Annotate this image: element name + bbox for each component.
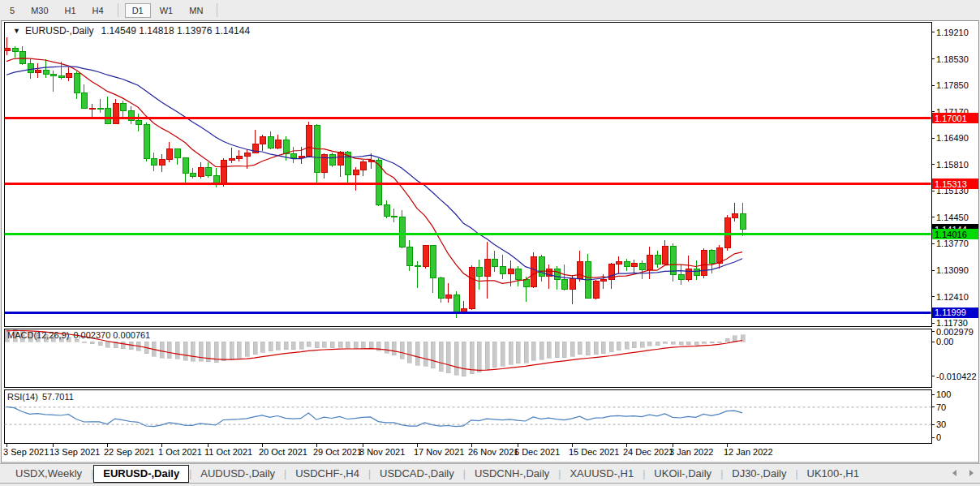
macd-bar [663, 342, 667, 343]
rsi-tick-label: 0 [936, 432, 941, 442]
candle [221, 158, 226, 186]
date-tick-label: 12 Jan 2022 [724, 447, 773, 457]
chart-tab-usdx-weekly[interactable]: USDX,Weekly [6, 465, 91, 483]
timeframe-button-m30[interactable]: M30 [24, 3, 55, 18]
chart-tab-usdchf-h4[interactable]: USDCHF-,H4 [286, 465, 368, 483]
price-tick-label: 1.13090 [936, 265, 969, 275]
candle [423, 245, 428, 269]
chart-ohlc-values: 1.14549 1.14818 1.13976 1.14144 [101, 25, 251, 37]
macd-name: MACD(12,26,9) [7, 330, 69, 340]
macd-bar [299, 342, 303, 349]
candle [469, 265, 475, 311]
macd-bar [260, 342, 264, 352]
timeframe-button-5[interactable]: 5 [2, 3, 22, 18]
date-tick-label: 24 Dec 2021 [623, 447, 673, 457]
macd-bar [407, 342, 411, 363]
macd-bar [284, 342, 288, 350]
macd-bar [446, 342, 450, 373]
chart-tab-dj30-daily[interactable]: DJ30-,Daily [723, 465, 795, 483]
macd-bar [230, 342, 234, 359]
macd-bar [679, 342, 683, 345]
timeframe-toolbar: 5M30H1H4D1W1MN [0, 0, 980, 20]
main-chart-panel[interactable] [4, 23, 931, 327]
candle [724, 215, 730, 251]
macd-bar [90, 342, 94, 344]
chart-tabbar: USDX,Weekly|EURUSD-,Daily|AUDUSD-,Daily|… [0, 463, 980, 486]
macd-bar [485, 342, 489, 369]
macd-bar [160, 342, 164, 358]
chart-tab-usdcad-daily[interactable]: USDCAD-,Daily [371, 465, 463, 483]
macd-bar [492, 342, 496, 368]
macd-bar [609, 342, 613, 352]
rsi-tick-label: 100 [936, 389, 951, 399]
one-click-trading-icon[interactable]: ▼ [13, 27, 20, 35]
macd-bar [237, 342, 241, 358]
svg-text:1.14016: 1.14016 [935, 230, 967, 239]
price-tick-label: 1.14450 [936, 213, 969, 222]
chart-tab-usdcnh-daily[interactable]: USDCNH-,Daily [466, 465, 558, 483]
macd-bar [330, 342, 334, 348]
macd-bar [601, 342, 605, 354]
price-tick-label: 1.18530 [936, 54, 969, 64]
chart-symbol-label: EURUSD-,Daily [25, 25, 94, 37]
chart-tab-ukoil-daily[interactable]: UKOil-,Daily [645, 465, 720, 483]
price-tick-label: 1.13770 [936, 239, 969, 248]
macd-bar [121, 342, 125, 349]
macd-bar [710, 342, 714, 343]
macd-bar [625, 342, 629, 349]
chart-tab-audusd-daily[interactable]: AUDUSD-,Daily [191, 465, 284, 483]
price-tick-label: 1.19210 [936, 28, 969, 37]
macd-bar [531, 342, 535, 360]
timeframe-button-h1[interactable]: H1 [58, 3, 84, 18]
macd-bar [183, 342, 187, 360]
tabs-scroll-left-icon[interactable] [952, 470, 956, 476]
chart-tab-uk100-h1[interactable]: UK100-,H1 [798, 465, 868, 483]
macd-bar [199, 342, 203, 361]
macd-bar [276, 342, 280, 350]
macd-bar [725, 338, 729, 342]
macd-bar [594, 342, 598, 355]
macd-bar [431, 342, 435, 368]
candle [306, 122, 312, 157]
macd-bar [315, 342, 319, 348]
chart-tab-xauusd-h1[interactable]: XAUUSD-,H1 [561, 465, 643, 483]
tabs-scroll-right-icon[interactable] [969, 470, 974, 476]
macd-bar [322, 342, 326, 347]
date-tick-label: 3 Sep 2021 [3, 447, 49, 457]
macd-bar [555, 342, 559, 358]
macd-bar [671, 342, 675, 344]
macd-bar [617, 342, 621, 351]
macd-bar [392, 342, 396, 355]
macd-bar [524, 342, 528, 363]
macd-bar [647, 342, 651, 346]
date-tick-label: 20 Oct 2021 [259, 447, 307, 457]
timeframe-button-d1[interactable]: D1 [125, 3, 151, 18]
timeframe-button-h4[interactable]: H4 [85, 3, 111, 18]
rsi-panel[interactable] [4, 390, 931, 444]
date-tick-label: 3 Jan 2022 [669, 447, 713, 457]
date-tick-label: 15 Dec 2021 [569, 447, 619, 457]
chart-canvas[interactable]: 1.192101.185301.178501.171701.164901.158… [0, 0, 980, 463]
macd-bar [470, 342, 474, 374]
macd-bar [354, 342, 358, 349]
macd-bar [509, 342, 513, 364]
chart-tabs: USDX,Weekly|EURUSD-,Daily|AUDUSD-,Daily|… [0, 464, 980, 484]
macd-bar [640, 342, 644, 347]
price-tick-label: 1.12410 [936, 292, 969, 302]
timeframe-button-w1[interactable]: W1 [153, 3, 181, 18]
rsi-tick-label: 70 [936, 402, 946, 412]
macd-bar [702, 342, 706, 343]
candle [701, 248, 707, 278]
rsi-tick-label: 30 [936, 419, 946, 429]
rsi-indicator-label: RSI(14)57.7011 [7, 392, 74, 402]
macd-bar [733, 336, 737, 342]
macd-bar [632, 342, 636, 348]
chart-tab-eurusd-daily[interactable]: EURUSD-,Daily [93, 465, 189, 483]
macd-bar [400, 342, 404, 359]
macd-bar [291, 342, 295, 350]
chart-title: ▼EURUSD-,Daily1.14549 1.14818 1.13976 1.… [13, 25, 250, 37]
macd-bar [253, 342, 257, 355]
macd-bar [361, 342, 365, 348]
svg-text:1.11999: 1.11999 [935, 308, 966, 317]
timeframe-button-mn[interactable]: MN [182, 3, 210, 18]
